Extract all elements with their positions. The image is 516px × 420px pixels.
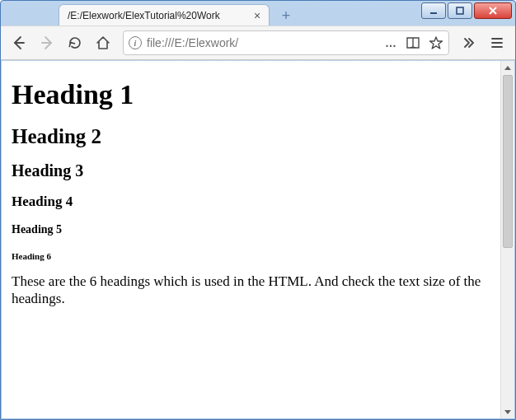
url-bar[interactable]: i file:///E:/Elexwork/ … xyxy=(123,30,449,55)
page-actions-icon[interactable]: … xyxy=(385,36,397,49)
page-viewport: Heading 1 Heading 2 Heading 3 Heading 4 … xyxy=(2,61,514,418)
tab-strip: /E:/Elexwork/ElexTutorial%20Work × + xyxy=(59,1,296,26)
svg-rect-1 xyxy=(457,7,463,14)
minimize-button[interactable] xyxy=(421,2,446,19)
vertical-scrollbar[interactable] xyxy=(500,61,514,418)
close-button[interactable] xyxy=(474,2,512,19)
navigation-toolbar: i file:///E:/Elexwork/ … xyxy=(1,26,515,60)
page-content: Heading 1 Heading 2 Heading 3 Heading 4 … xyxy=(2,61,500,418)
window-controls xyxy=(421,2,512,19)
url-actions: … xyxy=(385,35,443,50)
url-text: file:///E:/Elexwork/ xyxy=(147,36,380,49)
browser-window: /E:/Elexwork/ElexTutorial%20Work × + xyxy=(0,0,516,420)
close-icon xyxy=(487,6,499,16)
home-button[interactable] xyxy=(90,30,116,56)
maximize-icon xyxy=(455,6,465,16)
scroll-up-arrow-icon[interactable] xyxy=(501,61,514,75)
chevron-double-right-icon xyxy=(462,35,476,50)
scroll-track[interactable] xyxy=(501,75,514,404)
heading-5: Heading 5 xyxy=(12,223,490,236)
bookmark-star-icon[interactable] xyxy=(429,35,443,50)
app-menu-button[interactable] xyxy=(484,30,510,56)
maximize-button[interactable] xyxy=(448,2,472,19)
title-bar: /E:/Elexwork/ElexTutorial%20Work × + xyxy=(1,1,515,26)
hamburger-icon xyxy=(490,35,504,50)
plus-icon: + xyxy=(282,7,291,25)
tab-active[interactable]: /E:/Elexwork/ElexTutorial%20Work × xyxy=(59,4,270,26)
overflow-button[interactable] xyxy=(456,30,482,56)
heading-1: Heading 1 xyxy=(12,79,490,110)
heading-4: Heading 4 xyxy=(12,194,490,210)
forward-button[interactable] xyxy=(34,30,60,56)
paragraph: These are the 6 headings which is used i… xyxy=(12,273,490,308)
close-icon[interactable]: × xyxy=(251,9,264,22)
scroll-thumb[interactable] xyxy=(503,75,513,248)
svg-rect-0 xyxy=(430,12,437,14)
heading-2: Heading 2 xyxy=(12,125,490,148)
reload-icon xyxy=(68,35,82,50)
back-button[interactable] xyxy=(6,30,32,56)
scroll-down-arrow-icon[interactable] xyxy=(501,404,514,418)
site-info-icon[interactable]: i xyxy=(129,36,142,49)
new-tab-button[interactable]: + xyxy=(276,7,296,25)
heading-6: Heading 6 xyxy=(12,251,490,261)
forward-arrow-icon xyxy=(39,35,55,51)
minimize-icon xyxy=(429,6,439,16)
reload-button[interactable] xyxy=(62,30,88,56)
heading-3: Heading 3 xyxy=(12,161,490,180)
back-arrow-icon xyxy=(11,35,27,51)
home-icon xyxy=(96,35,110,50)
reader-mode-icon[interactable] xyxy=(406,36,420,49)
tab-title: /E:/Elexwork/ElexTutorial%20Work xyxy=(68,10,246,21)
